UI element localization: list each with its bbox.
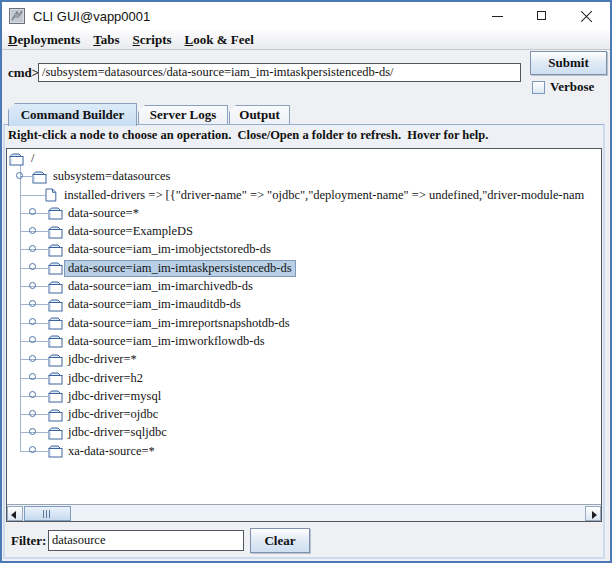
tree-toggle-handle[interactable] [29,446,36,453]
tree-viewport[interactable]: / subsystem=datasources [7,149,601,504]
folder-icon [48,427,63,440]
tree-toggle-handle[interactable] [29,391,36,398]
folder-icon [48,281,63,294]
tree-node[interactable]: data-source=iam_im-imarchivedb-ds [7,277,601,295]
tree-node[interactable]: data-source=iam_im-imworkflowdb-ds [7,332,601,350]
menu-tabs[interactable]: Tabs [93,32,119,48]
menu-bar: Deployments Tabs Scripts Look & Feel [2,30,610,50]
tree-node[interactable]: jdbc-driver=sqljdbc [7,423,601,441]
window-controls [475,2,610,30]
tree-node-label[interactable]: jdbc-driver=sqljdbc [64,424,171,442]
folder-icon [48,207,63,220]
verbose-checkbox[interactable] [532,81,545,94]
minimize-button[interactable] [475,2,520,30]
tree-node[interactable]: installed-drivers => [{"driver-name" => … [7,186,601,204]
tree-node-label[interactable]: data-source=* [64,205,143,223]
tree-node[interactable]: data-source=iam_im-imobjectstoredb-ds [7,240,601,258]
horizontal-scrollbar[interactable] [7,504,601,521]
clear-button[interactable]: Clear [250,528,310,553]
folder-icon [48,299,63,312]
tree-node[interactable]: jdbc-driver=* [7,350,601,368]
tree-node-label[interactable]: installed-drivers => [{"driver-name" => … [60,187,588,205]
tree-node-label[interactable]: data-source=iam_im-imworkflowdb-ds [64,333,269,351]
app-icon [9,8,25,24]
arrow-left-icon [11,511,16,519]
filter-label: Filter: [11,533,46,549]
tree-toggle-handle[interactable] [29,208,36,215]
node-icon [48,444,63,462]
scrollbar-thumb[interactable] [24,506,71,521]
tree-toggle-handle[interactable] [29,263,36,270]
thumb-grip-icon [43,510,51,518]
window-title: CLI GUI@vapp0001 [33,9,150,24]
help-text: Right-click a node to choose an operatio… [5,125,603,146]
close-button[interactable] [565,2,610,30]
tree-toggle-handle[interactable] [29,373,36,380]
title-bar[interactable]: CLI GUI@vapp0001 [2,2,610,30]
document-icon [45,188,57,202]
tree-node-label[interactable]: subsystem=datasources [49,168,174,186]
tree-toggle-handle[interactable] [29,300,36,307]
tree-toggle-handle[interactable] [29,428,36,435]
tree-node-label[interactable]: data-source=iam_im-imtaskpersistencedb-d… [64,260,296,278]
tree-scrollpane: / subsystem=datasources [6,148,602,522]
tree-node[interactable]: xa-data-source=* [7,442,601,460]
folder-icon [48,335,63,348]
menu-deployments[interactable]: Deployments [8,32,80,48]
tree-node[interactable]: data-source=ExampleDS [7,222,601,240]
tree-toggle-handle[interactable] [29,318,36,325]
tree-toggle-handle[interactable] [29,336,36,343]
tree-node[interactable]: data-source=iam_im-imtaskpersistencedb-d… [7,259,601,277]
scroll-left-button[interactable] [7,506,23,521]
tree-node-label[interactable]: jdbc-driver=* [64,351,141,369]
tree-node[interactable]: / [7,149,601,167]
folder-icon [48,244,63,257]
tree-node[interactable]: data-source=iam_im-imreportsnapshotdb-ds [7,314,601,332]
folder-icon [48,372,63,385]
tree-node-label[interactable]: data-source=ExampleDS [64,223,197,241]
tree-node-label[interactable]: data-source=iam_im-imauditdb-ds [64,296,245,314]
tree-node[interactable]: jdbc-driver=h2 [7,369,601,387]
tree-node[interactable]: jdbc-driver=ojdbc [7,405,601,423]
maximize-button[interactable] [520,2,565,30]
folder-icon [48,390,63,403]
tree-toggle-handle[interactable] [29,282,36,289]
tree-node-label[interactable]: data-source=iam_im-imobjectstoredb-ds [64,241,275,259]
node-icon [45,188,57,206]
arrow-right-icon [592,511,597,519]
tree-node[interactable]: data-source=* [7,204,601,222]
tree-toggle-handle[interactable] [29,227,36,234]
scroll-right-button[interactable] [585,506,601,521]
tree-toggle-handle[interactable] [29,410,36,417]
folder-icon [48,409,63,422]
minimize-icon [492,16,503,17]
tree-node-label[interactable]: jdbc-driver=h2 [64,370,147,388]
command-builder-panel: Right-click a node to choose an operatio… [3,124,605,559]
cmd-input[interactable] [38,63,521,82]
cli-gui-window: CLI GUI@vapp0001 Deployments Tabs Script… [0,0,612,563]
menu-scripts[interactable]: Scripts [133,32,172,48]
tree-node-label[interactable]: jdbc-driver=mysql [64,388,165,406]
tree-toggle-handle[interactable] [16,172,23,179]
verbose-label: Verbose [550,79,594,95]
folder-icon [48,445,63,458]
tree-node-label[interactable]: jdbc-driver=ojdbc [64,406,162,424]
filter-input[interactable] [48,530,244,551]
menu-look-and-feel[interactable]: Look & Feel [185,32,254,48]
tab-server-logs[interactable]: Server Logs [138,105,228,124]
tree-node[interactable]: jdbc-driver=mysql [7,387,601,405]
tree-node-label[interactable]: xa-data-source=* [64,443,159,461]
tree-node-label[interactable]: data-source=iam_im-imarchivedb-ds [64,278,257,296]
tree-node[interactable]: subsystem=datasources [7,167,601,185]
submit-button[interactable]: Submit [530,51,607,75]
tree-toggle-handle[interactable] [29,355,36,362]
tree-connector-line [20,195,45,196]
folder-icon [48,262,63,275]
tab-output[interactable]: Output [229,105,290,124]
tree-node[interactable]: data-source=iam_im-imauditdb-ds [7,295,601,313]
tree-node-label[interactable]: data-source=iam_im-imreportsnapshotdb-ds [64,315,294,333]
folder-icon [48,354,63,367]
tab-command-builder[interactable]: Command Builder [8,103,137,126]
tree-node-label[interactable]: / [27,150,38,168]
tree-toggle-handle[interactable] [29,245,36,252]
